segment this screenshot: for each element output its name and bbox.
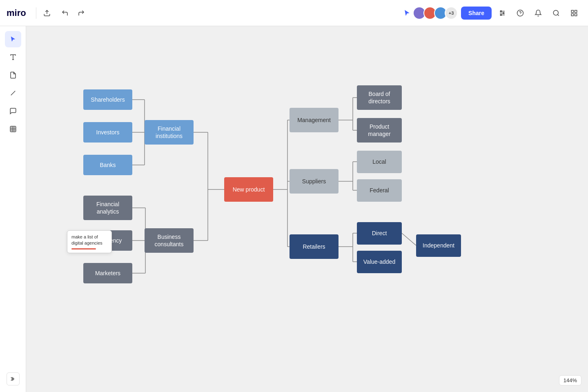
svg-rect-12 [575, 10, 577, 12]
node-shareholders[interactable]: Shareholders [83, 89, 132, 110]
tool-text[interactable] [5, 49, 21, 65]
diagram: Shareholders Investors Banks Financial i… [67, 59, 549, 377]
connector-lines [67, 59, 549, 377]
logo[interactable]: miro [7, 8, 26, 18]
zoom-indicator: 144% [559, 375, 581, 385]
svg-point-6 [501, 14, 502, 16]
header-divider [36, 7, 36, 19]
node-suppliers[interactable]: Suppliers [290, 169, 339, 194]
sidebar [0, 26, 26, 392]
svg-rect-18 [10, 126, 16, 132]
avatar-group: +3 [401, 7, 458, 20]
tool-select[interactable] [5, 31, 21, 47]
header-right: +3 Share [401, 6, 581, 20]
node-financial-analytics[interactable]: Financial analytics [83, 196, 132, 220]
node-local[interactable]: Local [357, 151, 402, 173]
svg-point-5 [503, 12, 504, 13]
svg-line-58 [402, 233, 416, 245]
search-button[interactable] [549, 6, 564, 20]
avatar-more[interactable]: +3 [445, 7, 458, 20]
header: miro +3 Share [0, 0, 588, 26]
svg-rect-13 [571, 13, 573, 16]
tool-line[interactable] [5, 85, 21, 101]
node-independent[interactable]: Independent [416, 234, 461, 257]
notifications-button[interactable] [531, 6, 546, 20]
canvas[interactable]: Shareholders Investors Banks Financial i… [26, 26, 588, 392]
node-value-added[interactable]: Value-added [357, 251, 402, 273]
collapse-button[interactable] [7, 372, 20, 385]
share-button[interactable]: Share [461, 7, 492, 20]
svg-rect-11 [571, 10, 573, 12]
tool-sticky[interactable] [5, 67, 21, 83]
svg-point-4 [501, 11, 502, 12]
node-financial-institutions[interactable]: Financial institutions [145, 120, 194, 145]
node-retailers[interactable]: Retailers [290, 234, 339, 259]
cursor-icon [401, 7, 414, 20]
node-direct[interactable]: Direct [357, 222, 402, 245]
svg-point-9 [553, 10, 558, 15]
node-investors[interactable]: Investors [83, 122, 132, 143]
ai-tooltip-underline [71, 248, 96, 249]
tool-comment[interactable] [5, 103, 21, 119]
menu-button[interactable] [567, 6, 581, 20]
help-button[interactable] [513, 6, 528, 20]
node-banks[interactable]: Banks [83, 155, 132, 175]
redo-button[interactable] [74, 6, 89, 20]
node-product-manager[interactable]: Product manager [357, 118, 402, 143]
node-management[interactable]: Management [290, 108, 339, 132]
node-federal[interactable]: Federal [357, 179, 402, 202]
collapse-sidebar-area [0, 372, 26, 385]
settings-button[interactable] [495, 6, 510, 20]
tool-frame[interactable] [5, 121, 21, 137]
undo-button[interactable] [58, 6, 72, 20]
node-new-product[interactable]: New product [224, 177, 273, 202]
ai-tooltip: make a list of digital agencies [67, 230, 112, 253]
svg-line-17 [11, 91, 15, 96]
node-board-of-directors[interactable]: Board of directors [357, 85, 402, 110]
upload-button[interactable] [40, 6, 54, 20]
node-marketers[interactable]: Marketers [83, 263, 132, 283]
svg-rect-14 [575, 13, 577, 16]
node-business-consultants[interactable]: Business consultants [145, 228, 194, 253]
svg-line-10 [557, 14, 559, 16]
